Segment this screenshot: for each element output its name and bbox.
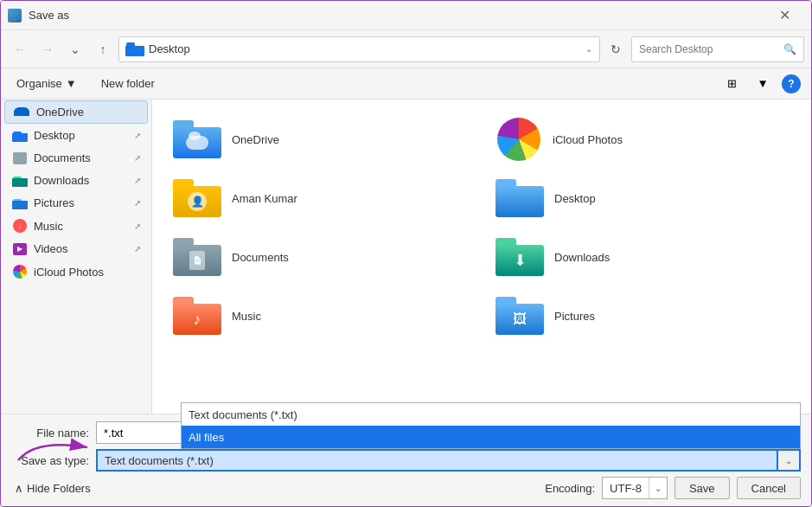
bottom-section: File name: ⌄ Save as type: Text document…	[1, 414, 811, 506]
aman-folder-icon: 👤	[173, 179, 221, 217]
file-item-desktop[interactable]: Desktop	[489, 172, 797, 224]
view-button[interactable]: ⊞	[719, 72, 744, 96]
file-pictures-label: Pictures	[554, 310, 595, 323]
savetype-row: Save as type: Text documents (*.txt) ⌄ T…	[11, 449, 801, 472]
organise-arrow-icon: ▼	[66, 77, 77, 90]
file-item-documents[interactable]: 📄 Documents	[166, 231, 475, 283]
onedrive-sidebar-icon	[14, 107, 29, 118]
file-item-onedrive[interactable]: OneDrive	[166, 113, 475, 165]
file-desktop-label: Desktop	[554, 192, 596, 205]
encoding-value: UTF-8	[603, 482, 649, 495]
dropdown-nav-button[interactable]: ⌄	[63, 37, 87, 61]
refresh-icon: ↻	[611, 42, 621, 56]
back-button[interactable]: ←	[8, 37, 32, 61]
view-dropdown-button[interactable]: ▼	[751, 72, 775, 96]
file-item-icloud[interactable]: iCloud Photos	[489, 113, 797, 165]
savetype-selected-value[interactable]: Text documents (*.txt)	[96, 449, 778, 472]
sidebar-item-videos[interactable]: ▶ Videos ➚	[4, 238, 148, 260]
title-bar-icon	[8, 9, 22, 22]
footer-row: ∧ Hide Folders Encoding: UTF-8 ⌄ Save Ca…	[11, 477, 801, 499]
sidebar-desktop-label: Desktop	[34, 129, 127, 142]
sidebar-music-label: Music	[34, 220, 127, 233]
pin-icon-docs: ➚	[134, 153, 141, 163]
dropdown-option-txt[interactable]: Text documents (*.txt)	[182, 403, 800, 426]
location-text: Desktop	[149, 42, 580, 55]
filename-label: File name:	[11, 427, 89, 440]
downloads-folder-icon: ⬇	[496, 238, 544, 276]
sidebar-item-onedrive[interactable]: OneDrive	[4, 100, 148, 124]
toolbar: Organise ▼ New folder ⊞ ▼ ?	[1, 68, 811, 99]
search-input[interactable]	[639, 43, 780, 55]
sidebar: OneDrive Desktop ➚ Documents ➚	[1, 99, 152, 414]
file-downloads-label: Downloads	[554, 251, 610, 264]
dropdown-txt-label: Text documents (*.txt)	[189, 408, 297, 421]
file-item-downloads[interactable]: ⬇ Downloads	[489, 231, 797, 283]
file-item-pictures[interactable]: 🖼 Pictures	[489, 290, 797, 342]
hide-folders-button[interactable]: ∧ Hide Folders	[11, 478, 94, 498]
file-documents-label: Documents	[232, 251, 289, 264]
music-folder-icon: ♪	[173, 297, 221, 335]
organise-button[interactable]: Organise ▼	[11, 74, 82, 93]
savetype-select[interactable]: Text documents (*.txt) ⌄ Text documents …	[96, 449, 801, 472]
close-button[interactable]: ✕	[764, 1, 804, 30]
sidebar-item-downloads[interactable]: Downloads ➚	[4, 170, 148, 191]
forward-icon: →	[42, 42, 54, 56]
chevron-down-icon: ⌄	[70, 42, 80, 56]
file-onedrive-label: OneDrive	[232, 133, 279, 146]
file-item-aman[interactable]: 👤 Aman Kumar	[166, 172, 475, 224]
up-button[interactable]: ↑	[91, 37, 115, 61]
search-box[interactable]: 🔍	[631, 36, 804, 62]
new-folder-button[interactable]: New folder	[96, 74, 160, 93]
organise-label: Organise	[16, 77, 62, 90]
file-icloud-label: iCloud Photos	[553, 133, 623, 146]
encoding-select[interactable]: UTF-8 ⌄	[602, 477, 668, 499]
sidebar-item-documents[interactable]: Documents ➚	[4, 147, 148, 169]
savetype-dropdown-button[interactable]: ⌄	[778, 449, 801, 472]
file-area: OneDrive iCloud Photos 👤 Aman Kumar	[152, 99, 811, 414]
help-button[interactable]: ?	[782, 74, 801, 93]
view-dropdown-icon: ▼	[757, 77, 768, 90]
desktop-sidebar-icon	[13, 130, 27, 142]
dialog-title: Save as	[29, 9, 764, 22]
cancel-button[interactable]: Cancel	[737, 477, 801, 499]
encoding-dropdown-button[interactable]: ⌄	[649, 478, 667, 498]
hide-folders-icon: ∧	[15, 482, 23, 495]
toolbar-right: ⊞ ▼ ?	[719, 72, 801, 96]
icloud-folder-icon	[496, 120, 542, 158]
dropdown-option-all[interactable]: All files	[182, 426, 800, 448]
documents-folder-icon: 📄	[173, 238, 221, 276]
sidebar-icloud-label: iCloud Photos	[34, 266, 141, 279]
sidebar-onedrive-label: OneDrive	[36, 106, 140, 119]
pin-icon-music: ➚	[134, 221, 141, 231]
file-music-label: Music	[232, 310, 261, 323]
sidebar-item-pictures[interactable]: Pictures ➚	[4, 192, 148, 214]
sidebar-item-music[interactable]: ♪ Music ➚	[4, 215, 148, 237]
sidebar-item-icloud[interactable]: iCloud Photos	[4, 260, 148, 283]
refresh-button[interactable]: ↻	[604, 37, 628, 61]
dropdown-all-label: All files	[189, 431, 224, 444]
file-aman-label: Aman Kumar	[232, 192, 297, 205]
sidebar-documents-label: Documents	[34, 151, 127, 164]
main-content: OneDrive Desktop ➚ Documents ➚	[1, 99, 811, 414]
encoding-row: Encoding: UTF-8 ⌄ Save Cancel	[101, 477, 801, 499]
encoding-label: Encoding:	[545, 482, 595, 495]
hide-folders-label: Hide Folders	[27, 482, 91, 495]
save-button[interactable]: Save	[675, 477, 730, 499]
pictures-folder-icon: 🖼	[496, 297, 544, 335]
savetype-label: Save as type:	[11, 454, 89, 467]
savetype-dropdown-popup: Text documents (*.txt) All files	[181, 402, 801, 449]
documents-sidebar-icon	[13, 152, 27, 164]
icloud-sidebar-icon	[13, 265, 27, 279]
videos-sidebar-icon: ▶	[13, 243, 27, 255]
address-box[interactable]: Desktop ⌄	[118, 36, 600, 62]
pin-icon-pics: ➚	[134, 198, 141, 208]
location-folder-icon	[126, 42, 144, 56]
up-icon: ↑	[100, 42, 106, 56]
address-dropdown-icon[interactable]: ⌄	[585, 44, 592, 54]
pin-icon-videos: ➚	[134, 244, 141, 254]
file-item-music[interactable]: ♪ Music	[166, 290, 475, 342]
music-sidebar-icon: ♪	[13, 219, 27, 233]
sidebar-item-desktop[interactable]: Desktop ➚	[4, 125, 148, 146]
forward-button[interactable]: →	[35, 37, 60, 61]
onedrive-folder-icon	[173, 120, 221, 158]
